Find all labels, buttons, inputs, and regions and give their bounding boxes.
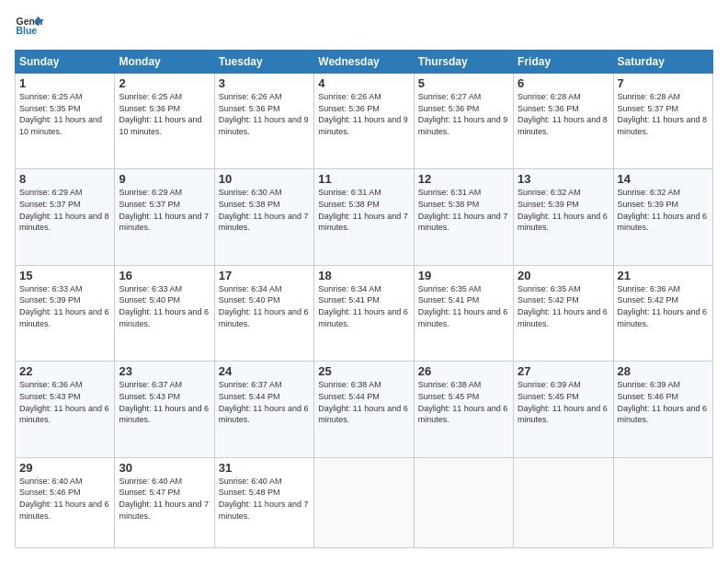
day-number: 7 (618, 76, 709, 90)
day-number: 4 (318, 76, 409, 90)
svg-text:Blue: Blue (17, 26, 38, 36)
day-info: Sunrise: 6:30 AM Sunset: 5:38 PM Dayligh… (219, 187, 310, 233)
calendar-cell: 10 Sunrise: 6:30 AM Sunset: 5:38 PM Dayl… (214, 169, 313, 265)
day-info: Sunrise: 6:37 AM Sunset: 5:44 PM Dayligh… (219, 379, 310, 425)
calendar-cell: 23 Sunrise: 6:37 AM Sunset: 5:43 PM Dayl… (115, 362, 214, 457)
calendar-cell: 25 Sunrise: 6:38 AM Sunset: 5:44 PM Dayl… (314, 362, 414, 457)
calendar-cell: 19 Sunrise: 6:35 AM Sunset: 5:41 PM Dayl… (414, 265, 513, 361)
day-number: 20 (518, 269, 609, 282)
day-info: Sunrise: 6:28 AM Sunset: 5:36 PM Dayligh… (518, 91, 609, 137)
day-number: 27 (518, 364, 609, 378)
calendar-day-header: Monday (115, 51, 214, 74)
calendar-week-row: 22 Sunrise: 6:36 AM Sunset: 5:43 PM Dayl… (16, 362, 713, 457)
day-number: 5 (418, 76, 509, 90)
day-number: 10 (219, 172, 310, 186)
day-info: Sunrise: 6:31 AM Sunset: 5:38 PM Dayligh… (318, 187, 409, 233)
calendar-week-row: 8 Sunrise: 6:29 AM Sunset: 5:37 PM Dayli… (16, 169, 713, 265)
day-number: 9 (119, 172, 210, 186)
day-info: Sunrise: 6:29 AM Sunset: 5:37 PM Dayligh… (119, 187, 210, 233)
day-number: 15 (19, 269, 110, 282)
calendar-cell: 6 Sunrise: 6:28 AM Sunset: 5:36 PM Dayli… (514, 74, 613, 169)
calendar-cell: 7 Sunrise: 6:28 AM Sunset: 5:37 PM Dayli… (613, 74, 712, 169)
calendar-cell: 1 Sunrise: 6:25 AM Sunset: 5:35 PM Dayli… (16, 74, 115, 169)
calendar-header-row: SundayMondayTuesdayWednesdayThursdayFrid… (16, 51, 713, 74)
day-number: 24 (219, 364, 310, 378)
day-info: Sunrise: 6:36 AM Sunset: 5:42 PM Dayligh… (618, 283, 709, 329)
calendar-week-row: 1 Sunrise: 6:25 AM Sunset: 5:35 PM Dayli… (16, 74, 713, 169)
page-header: General Blue (15, 15, 713, 40)
day-number: 30 (119, 461, 210, 475)
calendar-cell (414, 457, 513, 547)
day-info: Sunrise: 6:27 AM Sunset: 5:36 PM Dayligh… (418, 91, 509, 137)
day-info: Sunrise: 6:38 AM Sunset: 5:45 PM Dayligh… (418, 379, 509, 425)
day-number: 14 (618, 172, 709, 186)
calendar-cell: 16 Sunrise: 6:33 AM Sunset: 5:40 PM Dayl… (115, 265, 214, 361)
day-info: Sunrise: 6:33 AM Sunset: 5:40 PM Dayligh… (119, 283, 210, 329)
day-info: Sunrise: 6:28 AM Sunset: 5:37 PM Dayligh… (618, 91, 709, 137)
day-number: 3 (219, 76, 310, 90)
calendar-cell: 15 Sunrise: 6:33 AM Sunset: 5:39 PM Dayl… (16, 265, 115, 361)
calendar-cell: 26 Sunrise: 6:38 AM Sunset: 5:45 PM Dayl… (414, 362, 513, 457)
calendar-cell: 14 Sunrise: 6:32 AM Sunset: 5:39 PM Dayl… (613, 169, 712, 265)
day-info: Sunrise: 6:36 AM Sunset: 5:43 PM Dayligh… (19, 379, 110, 425)
calendar-cell: 11 Sunrise: 6:31 AM Sunset: 5:38 PM Dayl… (314, 169, 414, 265)
calendar-cell: 17 Sunrise: 6:34 AM Sunset: 5:40 PM Dayl… (214, 265, 313, 361)
day-info: Sunrise: 6:29 AM Sunset: 5:37 PM Dayligh… (19, 187, 110, 233)
calendar-cell: 28 Sunrise: 6:39 AM Sunset: 5:46 PM Dayl… (613, 362, 712, 457)
day-number: 25 (318, 364, 409, 378)
calendar-cell: 4 Sunrise: 6:26 AM Sunset: 5:36 PM Dayli… (314, 74, 414, 169)
calendar-cell (613, 457, 712, 547)
calendar-day-header: Wednesday (314, 51, 414, 74)
day-number: 31 (219, 461, 310, 475)
calendar-day-header: Friday (514, 51, 613, 74)
day-info: Sunrise: 6:38 AM Sunset: 5:44 PM Dayligh… (318, 379, 409, 425)
calendar-cell: 12 Sunrise: 6:31 AM Sunset: 5:38 PM Dayl… (414, 169, 513, 265)
calendar-cell: 18 Sunrise: 6:34 AM Sunset: 5:41 PM Dayl… (314, 265, 414, 361)
day-info: Sunrise: 6:33 AM Sunset: 5:39 PM Dayligh… (19, 283, 110, 329)
calendar-day-header: Thursday (414, 51, 513, 74)
day-number: 11 (318, 172, 409, 186)
day-number: 2 (119, 76, 210, 90)
day-info: Sunrise: 6:40 AM Sunset: 5:47 PM Dayligh… (119, 476, 210, 522)
day-number: 21 (618, 269, 709, 282)
day-number: 8 (19, 172, 110, 186)
day-info: Sunrise: 6:25 AM Sunset: 5:36 PM Dayligh… (119, 91, 210, 137)
calendar-cell (514, 457, 613, 547)
day-info: Sunrise: 6:35 AM Sunset: 5:42 PM Dayligh… (518, 283, 609, 329)
day-info: Sunrise: 6:35 AM Sunset: 5:41 PM Dayligh… (418, 283, 509, 329)
calendar-day-header: Tuesday (214, 51, 313, 74)
day-number: 26 (418, 364, 509, 378)
day-info: Sunrise: 6:40 AM Sunset: 5:48 PM Dayligh… (219, 476, 310, 522)
calendar-cell: 21 Sunrise: 6:36 AM Sunset: 5:42 PM Dayl… (613, 265, 712, 361)
day-number: 22 (19, 364, 110, 378)
calendar-cell: 31 Sunrise: 6:40 AM Sunset: 5:48 PM Dayl… (214, 457, 313, 547)
day-info: Sunrise: 6:26 AM Sunset: 5:36 PM Dayligh… (219, 91, 310, 137)
day-info: Sunrise: 6:34 AM Sunset: 5:40 PM Dayligh… (219, 283, 310, 329)
calendar-day-header: Saturday (613, 51, 712, 74)
logo: General Blue (15, 15, 44, 40)
day-number: 19 (418, 269, 509, 282)
day-info: Sunrise: 6:39 AM Sunset: 5:46 PM Dayligh… (618, 379, 709, 425)
calendar-table: SundayMondayTuesdayWednesdayThursdayFrid… (15, 50, 713, 548)
day-number: 29 (19, 461, 110, 475)
day-info: Sunrise: 6:32 AM Sunset: 5:39 PM Dayligh… (518, 187, 609, 233)
day-number: 28 (618, 364, 709, 378)
calendar-cell (314, 457, 414, 547)
day-info: Sunrise: 6:37 AM Sunset: 5:43 PM Dayligh… (119, 379, 210, 425)
day-number: 18 (318, 269, 409, 282)
day-info: Sunrise: 6:34 AM Sunset: 5:41 PM Dayligh… (318, 283, 409, 329)
calendar-cell: 24 Sunrise: 6:37 AM Sunset: 5:44 PM Dayl… (214, 362, 313, 457)
calendar-cell: 5 Sunrise: 6:27 AM Sunset: 5:36 PM Dayli… (414, 74, 513, 169)
calendar-cell: 30 Sunrise: 6:40 AM Sunset: 5:47 PM Dayl… (115, 457, 214, 547)
calendar-cell: 3 Sunrise: 6:26 AM Sunset: 5:36 PM Dayli… (214, 74, 313, 169)
calendar-cell: 20 Sunrise: 6:35 AM Sunset: 5:42 PM Dayl… (514, 265, 613, 361)
day-info: Sunrise: 6:32 AM Sunset: 5:39 PM Dayligh… (618, 187, 709, 233)
calendar-cell: 8 Sunrise: 6:29 AM Sunset: 5:37 PM Dayli… (16, 169, 115, 265)
calendar-day-header: Sunday (16, 51, 115, 74)
calendar-cell: 22 Sunrise: 6:36 AM Sunset: 5:43 PM Dayl… (16, 362, 115, 457)
calendar-week-row: 29 Sunrise: 6:40 AM Sunset: 5:46 PM Dayl… (16, 457, 713, 547)
day-info: Sunrise: 6:39 AM Sunset: 5:45 PM Dayligh… (518, 379, 609, 425)
day-number: 1 (19, 76, 110, 90)
calendar-cell: 29 Sunrise: 6:40 AM Sunset: 5:46 PM Dayl… (16, 457, 115, 547)
day-number: 23 (119, 364, 210, 378)
